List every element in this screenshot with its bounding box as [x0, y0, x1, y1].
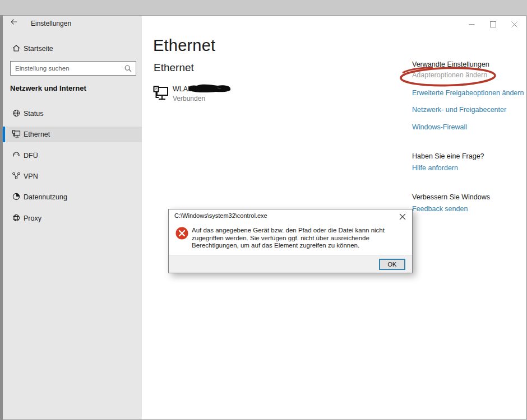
- maximize-button[interactable]: [482, 17, 503, 31]
- link-network-sharing-center[interactable]: Netzwerk- und Freigabecenter: [412, 106, 506, 114]
- selected-accent-bar: [3, 127, 5, 142]
- sidebar-item-label: VPN: [24, 172, 38, 180]
- search-icon[interactable]: [124, 64, 132, 73]
- redaction-scribble: [187, 83, 233, 94]
- dialog-title: C:\Windows\system32\control.exe: [174, 212, 267, 219]
- sidebar-item-label: Datennutzung: [24, 193, 67, 201]
- question-heading: Haben Sie eine Frage?: [412, 152, 484, 160]
- settings-window: Einstellungen Startseite Netzwerk und In…: [3, 15, 526, 420]
- sidebar-item-ethernet[interactable]: Ethernet: [3, 127, 142, 142]
- error-dialog: C:\Windows\system32\control.exe Auf das …: [168, 209, 413, 273]
- minimize-button[interactable]: [461, 17, 482, 31]
- window-title: Einstellungen: [31, 20, 71, 27]
- maximize-icon: [490, 21, 496, 27]
- sidebar: Einstellungen Startseite Netzwerk und In…: [3, 16, 142, 419]
- dialog-message: Auf das angegebene Gerät bzw. den Pfad o…: [192, 227, 408, 250]
- link-advanced-sharing[interactable]: Erweiterte Freigabeoptionen ändern: [412, 89, 524, 97]
- close-icon: [399, 213, 406, 220]
- sidebar-item-datennutzung[interactable]: Datennutzung: [3, 189, 142, 205]
- dialog-footer: OK: [169, 255, 412, 273]
- sidebar-item-status[interactable]: Status: [3, 106, 142, 122]
- sidebar-item-home[interactable]: Startseite: [3, 42, 142, 57]
- sidebar-item-label: Proxy: [24, 214, 41, 222]
- proxy-globe-icon: [12, 213, 21, 222]
- link-get-help[interactable]: Hilfe anfordern: [412, 164, 458, 172]
- ok-button[interactable]: OK: [379, 259, 405, 270]
- dialup-icon: [12, 151, 21, 160]
- status-globe-icon: [12, 109, 21, 118]
- data-usage-pie-icon: [12, 192, 21, 201]
- page-title: Ethernet: [153, 36, 215, 55]
- sidebar-item-proxy[interactable]: Proxy: [3, 211, 142, 226]
- window-controls: [461, 17, 525, 31]
- error-icon: [175, 227, 188, 240]
- desktop: { "window": { "title": "Einstellungen" }…: [0, 0, 527, 420]
- sidebar-item-label: Ethernet: [24, 130, 50, 138]
- home-icon: [12, 44, 21, 53]
- section-title: Ethernet: [154, 62, 194, 74]
- related-settings-heading: Verwandte Einstellungen: [412, 60, 489, 68]
- search-input[interactable]: [11, 62, 136, 75]
- vpn-icon: [12, 171, 21, 180]
- sidebar-item-label: Status: [24, 110, 43, 118]
- sidebar-item-label: Startseite: [24, 45, 53, 53]
- ethernet-connection-icon: [152, 85, 169, 101]
- back-arrow-icon: [10, 17, 19, 26]
- search-box: [10, 61, 136, 76]
- sidebar-item-dfue[interactable]: DFÜ: [3, 148, 142, 164]
- dialog-close-button[interactable]: [397, 212, 408, 222]
- link-adapter-options[interactable]: Adapteroptionen ändern: [412, 71, 487, 79]
- close-icon: [511, 21, 517, 27]
- back-button[interactable]: [10, 17, 22, 30]
- sidebar-item-label: DFÜ: [24, 152, 38, 160]
- ethernet-icon: [12, 129, 21, 138]
- sidebar-item-vpn[interactable]: VPN: [3, 169, 142, 184]
- ethernet-connection-item[interactable]: WLAN Verbunden: [152, 83, 320, 103]
- sidebar-section-heading: Netzwerk und Internet: [10, 84, 86, 92]
- close-button[interactable]: [503, 17, 525, 31]
- link-windows-firewall[interactable]: Windows-Firewall: [412, 123, 467, 131]
- minimize-icon: [469, 21, 475, 27]
- connection-status: Verbunden: [173, 95, 205, 102]
- improve-heading: Verbessern Sie Windows: [412, 193, 490, 201]
- link-send-feedback[interactable]: Feedback senden: [412, 205, 468, 213]
